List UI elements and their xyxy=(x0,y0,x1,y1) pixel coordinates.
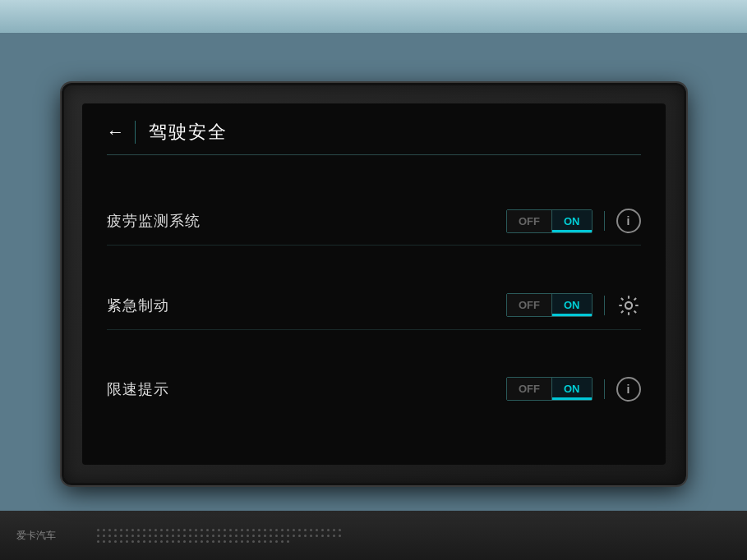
car-interior-top xyxy=(0,0,747,33)
speed-limit-label: 限速提示 xyxy=(107,379,507,399)
settings-list: 疲劳监测系统 OFF ON i 紧急制动 OFF ON xyxy=(107,162,641,448)
back-button[interactable]: ← xyxy=(107,122,125,143)
fatigue-info-button[interactable]: i xyxy=(616,209,641,233)
info-icon-2: i xyxy=(627,383,630,396)
emergency-separator xyxy=(604,296,605,315)
speed-off-btn[interactable]: OFF xyxy=(507,378,551,400)
setting-row-speed: 限速提示 OFF ON i xyxy=(107,365,641,413)
fatigue-monitor-label: 疲劳监测系统 xyxy=(107,211,507,231)
fatigue-separator xyxy=(604,211,605,231)
header-divider xyxy=(135,121,136,144)
screen-header: ← 驾驶安全 xyxy=(107,120,641,155)
speed-info-button[interactable]: i xyxy=(616,377,641,402)
page-title: 驾驶安全 xyxy=(149,120,228,145)
fatigue-on-btn[interactable]: ON xyxy=(551,210,592,232)
vent-area: const ventArea = document.querySelector(… xyxy=(97,529,344,543)
speed-separator xyxy=(604,379,605,399)
info-icon: i xyxy=(627,214,630,227)
watermark: 爱卡汽车 xyxy=(16,529,56,543)
emergency-toggle-group[interactable]: OFF ON xyxy=(506,293,593,317)
svg-point-0 xyxy=(625,301,631,308)
screen-display: ← 驾驶安全 疲劳监测系统 OFF ON i 紧急制动 xyxy=(82,103,666,465)
speed-on-btn[interactable]: ON xyxy=(551,378,592,400)
emergency-on-btn[interactable]: ON xyxy=(551,294,592,316)
setting-row-fatigue: 疲劳监测系统 OFF ON i xyxy=(107,197,641,246)
gear-icon xyxy=(617,294,640,317)
fatigue-toggle-group[interactable]: OFF ON xyxy=(506,209,593,233)
emergency-gear-button[interactable] xyxy=(616,293,641,318)
screen-bezel: ← 驾驶安全 疲劳监测系统 OFF ON i 紧急制动 xyxy=(62,83,686,485)
emergency-brake-label: 紧急制动 xyxy=(107,296,507,315)
car-interior-bottom: 爱卡汽车 const ventArea = document.querySele… xyxy=(0,511,747,560)
emergency-off-btn[interactable]: OFF xyxy=(507,294,551,316)
speed-toggle-group[interactable]: OFF ON xyxy=(506,377,593,401)
fatigue-off-btn[interactable]: OFF xyxy=(507,210,551,232)
setting-row-emergency: 紧急制动 OFF ON xyxy=(107,282,641,330)
